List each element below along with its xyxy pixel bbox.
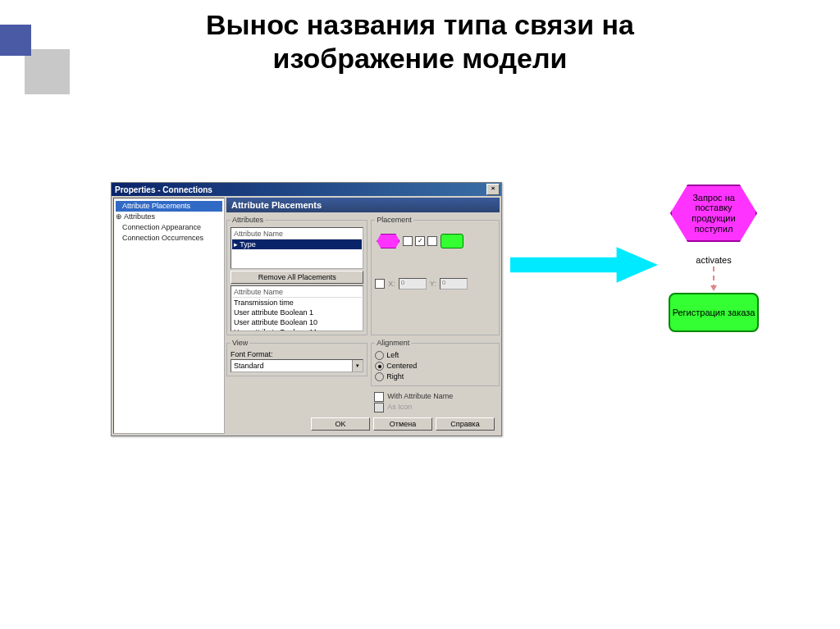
ok-button[interactable]: OK bbox=[311, 417, 370, 431]
big-arrow-icon bbox=[510, 244, 658, 286]
properties-dialog: Properties - Connections × Attribute Pla… bbox=[111, 182, 502, 436]
attributes-group: Attributes Attribute Name ▸ Type Remove … bbox=[226, 216, 368, 335]
y-input[interactable]: 0 bbox=[440, 278, 468, 289]
attr-item-3[interactable]: User attribute Boolean 11 bbox=[232, 327, 362, 331]
placement-chk-1[interactable] bbox=[403, 236, 413, 246]
cancel-button[interactable]: Отмена bbox=[373, 417, 432, 431]
dialog-body: Attribute Placements ⊕ Attributes Connec… bbox=[112, 196, 501, 435]
titlebar-text: Properties - Connections bbox=[113, 185, 486, 194]
function-node: Регистрация заказа bbox=[669, 293, 759, 332]
placement-chk-2[interactable]: ✓ bbox=[415, 236, 425, 246]
tree-item-connection-occurrences[interactable]: Connection Occurrences bbox=[116, 233, 222, 244]
section-header: Attribute Placements bbox=[226, 198, 500, 212]
attr-item-0[interactable]: Transmission time bbox=[232, 298, 362, 308]
dropdown-arrow-icon: ▾ bbox=[352, 360, 363, 371]
connector-line bbox=[713, 267, 714, 289]
xy-toggle[interactable] bbox=[375, 279, 385, 289]
chk-as-icon: As Icon bbox=[374, 402, 496, 412]
placement-preview: ✓ bbox=[375, 227, 495, 255]
list-header-top: Attribute Name bbox=[232, 229, 362, 239]
list-header-bottom: Attribute Name bbox=[232, 287, 362, 298]
title-line1: Вынос названия типа связи на bbox=[206, 9, 634, 40]
remove-all-button[interactable]: Remove All Placements bbox=[231, 271, 363, 284]
alignment-legend: Alignment bbox=[375, 339, 411, 347]
placement-legend: Placement bbox=[375, 216, 413, 224]
radio-left[interactable]: Left bbox=[375, 350, 495, 361]
title-line2: изображение модели bbox=[273, 43, 568, 74]
col-placement: Placement ✓ bbox=[371, 216, 500, 414]
radio-right[interactable]: Right bbox=[375, 371, 495, 382]
col-attributes: Attributes Attribute Name ▸ Type Remove … bbox=[226, 216, 368, 414]
chk-with-attr-name[interactable]: With Attribute Name bbox=[374, 391, 496, 402]
list-row-type[interactable]: ▸ Type bbox=[232, 239, 362, 249]
function-text: Регистрация заказа bbox=[673, 308, 756, 318]
event-text: Запрос на поставку продукции поступил bbox=[683, 193, 744, 235]
xy-row: X: 0 Y: 0 bbox=[375, 278, 495, 289]
event-node: Запрос на поставку продукции поступил bbox=[670, 185, 757, 242]
placement-checkboxes: ✓ bbox=[403, 236, 437, 246]
y-label: Y: bbox=[430, 280, 436, 288]
help-button[interactable]: Справка bbox=[436, 417, 495, 431]
attr-item-1[interactable]: User attribute Boolean 1 bbox=[232, 308, 362, 317]
font-format-dropdown[interactable]: Standard ▾ bbox=[231, 359, 363, 372]
available-attributes-list[interactable]: Attribute Name Transmission time User at… bbox=[231, 285, 363, 331]
tree-item-connection-appearance[interactable]: Connection Appearance bbox=[116, 222, 222, 233]
selected-attributes-list[interactable]: Attribute Name ▸ Type bbox=[231, 227, 363, 269]
event-shape-icon[interactable] bbox=[377, 234, 399, 248]
placement-chk-3[interactable] bbox=[427, 236, 437, 246]
font-format-value: Standard bbox=[234, 362, 264, 370]
attr-item-2[interactable]: User attribute Boolean 10 bbox=[232, 317, 362, 327]
slide-title: Вынос названия типа связи на изображение… bbox=[0, 8, 840, 75]
view-legend: View bbox=[231, 339, 249, 347]
function-shape-icon[interactable] bbox=[441, 234, 463, 248]
alignment-group: Alignment Left Centered Right bbox=[371, 339, 500, 386]
main-cols: Attributes Attribute Name ▸ Type Remove … bbox=[226, 216, 500, 414]
diagram: Запрос на поставку продукции поступил ac… bbox=[648, 185, 779, 332]
dialog-buttons: OK Отмена Справка bbox=[226, 414, 500, 434]
tree-item-attributes[interactable]: ⊕ Attributes bbox=[116, 212, 222, 222]
titlebar[interactable]: Properties - Connections × bbox=[112, 183, 501, 196]
tree-panel[interactable]: Attribute Placements ⊕ Attributes Connec… bbox=[113, 198, 225, 434]
font-format-label: Font Format: bbox=[231, 350, 363, 358]
tree-item-attribute-placements[interactable]: Attribute Placements bbox=[116, 201, 222, 212]
close-icon: × bbox=[491, 185, 495, 192]
content-panel: Attribute Placements Attributes Attribut… bbox=[226, 196, 501, 435]
view-group: View Font Format: Standard ▾ bbox=[226, 339, 368, 376]
close-button[interactable]: × bbox=[486, 184, 500, 195]
radio-centered[interactable]: Centered bbox=[375, 361, 495, 371]
placement-group: Placement ✓ bbox=[371, 216, 500, 335]
x-input[interactable]: 0 bbox=[399, 278, 427, 289]
attributes-legend: Attributes bbox=[231, 216, 265, 224]
connector-label: activates bbox=[648, 255, 779, 265]
x-label: X: bbox=[388, 280, 395, 288]
